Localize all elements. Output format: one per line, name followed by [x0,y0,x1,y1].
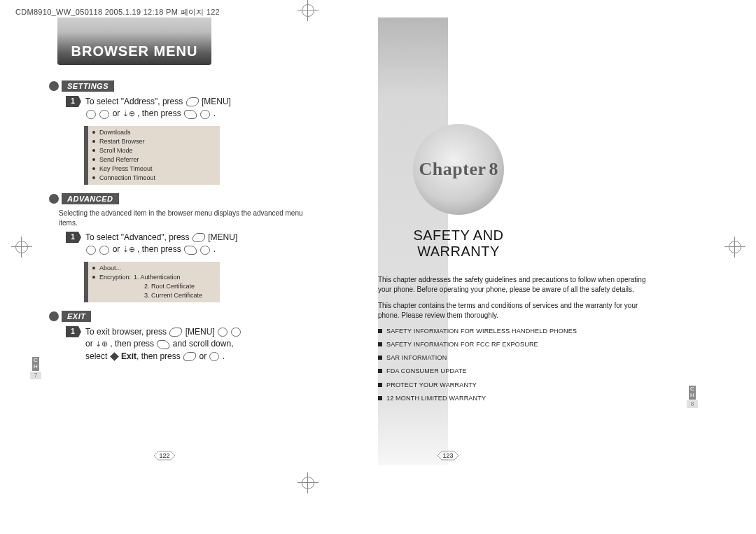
chapter-tab-number: 8 [687,400,698,409]
menu-item: Encryption:1. Authentication2. Root Cert… [91,273,217,300]
softkey-icon [185,97,200,106]
crop-mark-right [724,237,746,258]
toc-item: SAFETY INFORMATION FOR FCC RF EXPOSURE [378,340,654,349]
softkey-icon [183,246,197,255]
header-text: CDM8910_WW_050118 2005.1.19 12:18 PM 페이지… [15,8,220,16]
softkey-icon [182,352,197,361]
menu-item-label: Encryption: [99,274,131,281]
section-exit-label: EXIT [62,311,91,322]
square-bullet-icon [378,369,382,373]
softkey-icon [156,340,171,349]
menu-item-label: Connection Timeout [99,174,155,183]
bullet-icon [92,176,95,179]
source-file-header: CDM8910_WW_050118 2005.1.19 12:18 PM 페이지… [15,7,220,17]
advanced-menu-box: About...Encryption:1. Authentication2. R… [84,262,220,302]
key-9-icon [200,110,210,119]
menu-item-label: About... [99,265,121,272]
settings-menu-box: DownloadsRestart BrowserScroll ModeSend … [84,126,220,185]
toc-item-label: FDA CONSUMER UPDATE [386,367,467,375]
section-exit-header: EXIT [49,311,315,322]
toc-item: FDA CONSUMER UPDATE [378,367,654,375]
menu-item-label: Scroll Mode [99,146,133,155]
key-5-icon [86,246,96,255]
banner-title: BROWSER MENU [71,43,198,59]
menu-sub-item: 2. Root Certificate [144,282,202,291]
key-1-icon [99,246,109,255]
chapter-intro-body: This chapter addresses the safety guidel… [378,275,654,407]
softkey-icon [191,233,206,242]
ok-key-icon [209,352,219,361]
chapter-tab-label: C H [689,386,696,400]
menu-item-label: Key Press Timeout [99,164,153,174]
bullet-icon [92,131,95,134]
bullet-icon [92,149,95,152]
toc-item: 12 MONTH LIMITED WARRANTY [378,394,654,402]
toc-item-label: SAFETY INFORMATION FOR WIRELESS HANDHELD… [386,327,577,335]
page-number-right: 123 [438,449,458,463]
settings-step-text: To select "Address", press [MENU] or ⇣⊕ … [85,96,231,120]
left-page: BROWSER MENU SETTINGS 1 To select "Addre… [49,17,336,465]
menu-item: About... [91,264,217,273]
nav-down-icon: ⇣⊕ [122,108,135,120]
menu-item-label: Downloads [99,128,131,137]
chapter-tab-label: C H [32,357,39,371]
menu-item: Downloads [91,128,217,137]
intro-paragraph-1: This chapter addresses the safety guidel… [378,275,654,294]
chapter-number: 8 [489,159,498,179]
section-advanced-label: ADVANCED [62,193,119,204]
chapter-title: SAFETY AND WARRANTY [388,227,528,260]
chapter-word: Chapter [419,159,486,179]
section-settings-label: SETTINGS [62,80,114,92]
square-bullet-icon [378,396,382,400]
menu-item: Restart Browser [91,137,217,146]
chapter-badge: Chapter 8 [413,124,504,215]
section-dot-icon [49,81,59,91]
square-bullet-icon [378,342,382,346]
section-dot-icon [49,311,59,321]
toc-item-label: PROTECT YOUR WARRANTY [386,381,477,389]
square-bullet-icon [378,329,382,333]
key-1-icon [99,110,109,119]
chapter-tab-right: C H 8 [686,386,699,408]
step-number-badge: 1 [66,232,81,243]
key-1-icon [231,328,241,337]
chapter-tab-left: C H 7 [29,357,42,379]
bullet-icon [92,167,95,170]
key-5-icon [86,110,96,119]
menu-item: Key Press Timeout [91,164,217,174]
section-settings-header: SETTINGS [49,80,315,92]
toc-item: PROTECT YOUR WARRANTY [378,381,654,389]
bullet-icon [92,276,95,279]
nav-down-icon: ⇣⊕ [95,339,108,350]
settings-step-1: 1 To select "Address", press [MENU] or ⇣… [66,96,315,120]
square-bullet-icon [378,356,382,360]
key-5-icon [218,328,227,337]
bullet-icon [92,140,95,143]
left-page-content: SETTINGS 1 To select "Address", press [M… [49,72,315,363]
advanced-step-1: 1 To select "Advanced", press [MENU] or … [66,232,315,256]
page-number-left: 122 [154,449,175,463]
intro-paragraph-2: This chapter contains the terms and cond… [378,301,654,320]
menu-item: Send Referrer [91,155,217,164]
chapter-toc: SAFETY INFORMATION FOR WIRELESS HANDHELD… [378,327,654,402]
advanced-note: Selecting the advanced item in the brows… [59,209,315,227]
exit-step-text: To exit browser, press [MENU] or ⇣⊕ , th… [85,326,241,363]
crop-mark-bottom [298,472,318,493]
toc-item-label: SAFETY INFORMATION FOR FCC RF EXPOSURE [386,340,538,349]
bullet-icon [92,267,95,269]
nav-diamond-icon [110,352,119,361]
toc-item-label: 12 MONTH LIMITED WARRANTY [386,394,486,402]
menu-item-label: Restart Browser [99,137,145,146]
nav-down-icon: ⇣⊕ [122,244,135,255]
toc-item: SAR INFORMATION [378,353,654,362]
menu-item: Connection Timeout [91,174,217,183]
menu-item: Scroll Mode [91,146,217,155]
menu-sub-item: 3. Current Certificate [144,291,202,300]
toc-item-label: SAR INFORMATION [386,353,447,362]
exit-step-1: 1 To exit browser, press [MENU] or ⇣⊕ , … [66,326,315,363]
softkey-icon [183,110,197,119]
menu-sub-item: 1. Authentication [134,274,181,281]
menu-item-label: Send Referrer [99,155,139,164]
toc-item: SAFETY INFORMATION FOR WIRELESS HANDHELD… [378,327,654,335]
section-advanced-header: ADVANCED [49,193,315,204]
